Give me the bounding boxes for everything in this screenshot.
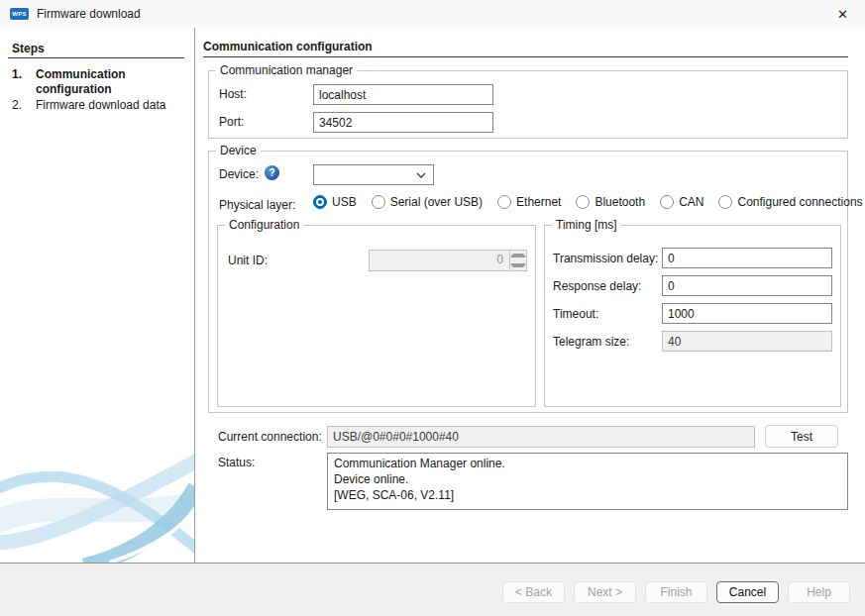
back-button: < Back [502,581,565,603]
group-legend: Device [216,144,261,157]
page-title: Communication configuration [203,40,373,53]
group-legend: Timing [ms] [552,218,621,232]
radio-label: CAN [679,195,703,209]
telegram-size-input [662,331,832,352]
firmware-download-dialog: WPS Firmware download ✕ Steps 1. Communi… [0,0,865,616]
port-label: Port: [219,115,244,129]
unit-id-stepper: 0 [369,250,527,271]
unit-id-value: 0 [370,251,509,270]
host-input[interactable] [313,84,493,105]
configuration-group: Configuration Unit ID: 0 [217,225,536,407]
radio-label: Ethernet [516,195,561,209]
device-select[interactable] [313,164,434,185]
status-line: [WEG, SCA-06, V2.11] [334,487,841,503]
stepper-down-icon[interactable] [510,260,526,270]
close-icon[interactable]: ✕ [820,0,865,28]
radio-ethernet[interactable]: Ethernet [497,195,561,209]
group-legend: Configuration [225,218,303,232]
group-legend: Communication manager [216,63,357,77]
finish-button: Finish [645,581,707,603]
steps-panel: Steps 1. Communication configuration 2. … [0,28,194,563]
radio-label: Configured connections [737,195,862,209]
stepper-up-icon[interactable] [510,251,526,260]
radio-selected-icon [313,195,327,209]
radio-unselected-icon [372,195,385,209]
test-button[interactable]: Test [765,425,838,448]
response-delay-input[interactable] [662,275,832,296]
wizard-footer: < Back Next > Finish Cancel Help [0,563,865,616]
status-label: Status: [218,456,255,469]
status-field: Communication Manager online. Device onl… [327,453,848,510]
radio-label: USB [332,195,357,209]
current-connection-field [327,426,755,448]
radio-serial-over-usb[interactable]: Serial (over USB) [372,195,483,209]
port-input[interactable] [313,112,493,133]
window-title: Firmware download [37,7,141,21]
wizard-buttons: < Back Next > Finish Cancel Help [502,581,850,603]
sidebar-item-step-2[interactable]: 2. Firmware download data [12,98,186,113]
transmission-delay-input[interactable] [662,248,832,268]
step-number: 1. [12,67,36,97]
cancel-button[interactable]: Cancel [716,581,779,603]
radio-unselected-icon [497,195,511,209]
page-title-divider [203,56,848,57]
telegram-size-label: Telegram size: [553,335,629,349]
wps-app-icon: WPS [10,8,29,20]
communication-manager-group: Communication manager Host: Port: [208,70,848,139]
radio-unselected-icon [576,195,590,209]
timeout-input[interactable] [662,303,832,324]
physical-layer-label: Physical layer: [219,198,295,212]
help-button: Help [788,581,850,603]
unit-id-label: Unit ID: [228,254,268,267]
physical-layer-radios: USB Serial (over USB) Ethernet Bluetooth… [313,195,863,209]
transmission-delay-label: Transmission delay: [553,252,658,265]
chevron-down-icon [416,172,426,178]
communication-configuration-page: Communication configuration Communicatio… [195,28,865,563]
help-icon[interactable]: ? [265,165,279,180]
stepper-buttons [509,251,526,270]
sidebar-item-step-1[interactable]: 1. Communication configuration [12,67,186,97]
radio-usb[interactable]: USB [313,195,357,209]
radio-configured-connections[interactable]: Configured connections [718,195,862,209]
device-label: Device: [219,167,259,181]
radio-bluetooth[interactable]: Bluetooth [576,195,645,209]
radio-can[interactable]: CAN [660,195,703,209]
status-line: Communication Manager online. [334,456,841,471]
status-line: Device online. [334,471,841,487]
current-connection-label: Current connection: [218,430,322,444]
radio-unselected-icon [718,195,732,209]
radio-label: Serial (over USB) [390,195,483,209]
response-delay-label: Response delay: [553,279,641,293]
title-bar: WPS Firmware download ✕ [0,0,865,28]
step-label: Communication configuration [36,67,184,97]
steps-divider [8,57,184,58]
radio-label: Bluetooth [595,195,645,209]
radio-unselected-icon [660,195,674,209]
host-label: Host: [219,87,247,101]
weg-swoosh-graphic [0,446,194,563]
timeout-label: Timeout: [553,307,598,321]
device-group: Device Device: ? Physical layer: USB Ser… [208,151,848,413]
step-number: 2. [12,98,36,113]
next-button: Next > [574,581,636,603]
step-label: Firmware download data [36,98,184,113]
timing-group: Timing [ms] Transmission delay: Response… [544,225,841,407]
steps-heading: Steps [12,42,45,55]
